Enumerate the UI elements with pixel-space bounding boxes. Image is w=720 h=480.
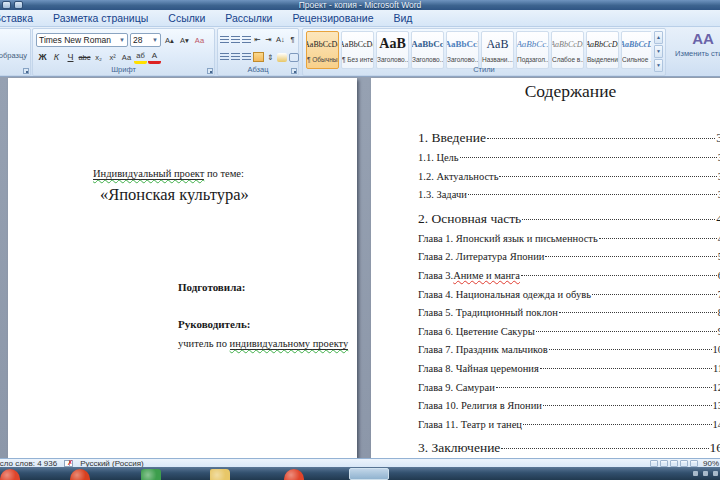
align-right-icon[interactable] [242, 53, 251, 61]
font-dialog-launcher-icon[interactable] [207, 68, 213, 74]
clear-formatting-button[interactable]: Аа [193, 33, 206, 47]
numbering-icon[interactable] [231, 36, 240, 44]
taskbar-folder-icon[interactable] [210, 469, 230, 480]
toc-entry-11[interactable]: Глава 7. Праздник мальчиков10 [418, 341, 720, 360]
zoom-level[interactable]: 90% [703, 459, 719, 467]
borders-icon[interactable] [289, 53, 299, 62]
text-highlight-button[interactable]: аб [134, 50, 147, 64]
tray-icon[interactable] [693, 471, 698, 476]
style-item-5[interactable]: АаВНазвани... [481, 31, 514, 69]
toc-entry-1[interactable]: 1.1. Цель3 [418, 149, 720, 168]
toc-entry-15[interactable]: Глава 11. Театр и танец14 [418, 416, 720, 435]
ribbon-tab-0[interactable]: Вставка [0, 10, 43, 27]
style-item-2[interactable]: AaBЗаголово... [376, 31, 409, 69]
superscript-button[interactable]: x² [106, 50, 119, 64]
toc-entry-0[interactable]: 1. Введение3 [418, 127, 720, 149]
toc-entry-2[interactable]: 1.2. Актуальность3 [418, 168, 720, 187]
gallery-down-icon[interactable]: ▼ [654, 45, 663, 58]
bullets-icon[interactable] [220, 36, 229, 44]
style-item-9[interactable]: AaBbCcDiСильное ... [621, 31, 651, 69]
ribbon-tab-5[interactable]: Вид [383, 10, 422, 27]
dot-leader [523, 424, 712, 425]
style-item-1[interactable]: AaBbCcDc¶ Без инте... [341, 31, 374, 69]
paragraph-dialog-launcher-icon[interactable] [291, 68, 297, 74]
toc-entry-9[interactable]: Глава 5. Традиционный поклон8 [418, 304, 720, 323]
subscript-button[interactable]: x₂ [92, 50, 105, 64]
taskbar-app-red-3-icon[interactable] [284, 469, 304, 480]
toc-entry-text: Глава 7. Праздник мальчиков [418, 341, 548, 360]
taskbar-app-red-2-icon[interactable] [70, 469, 90, 480]
word-count[interactable]: Число слов: 4 936 [0, 459, 57, 468]
view-web-layout-button[interactable] [670, 460, 678, 467]
style-name: Заголово... [377, 56, 408, 63]
tray-icon[interactable] [713, 471, 718, 476]
taskbar [0, 467, 720, 480]
document-area[interactable]: Индивидуальный проект по теме: «Японская… [0, 77, 720, 458]
format-painter-button[interactable]: по образцу [0, 51, 27, 60]
gallery-up-icon[interactable]: ▲ [654, 31, 663, 44]
toc-entry-10[interactable]: Глава 6. Цветение Сакуры9 [418, 323, 720, 342]
change-styles-button[interactable]: АА Изменить стили [668, 28, 720, 76]
toc-entry-12[interactable]: Глава 8. Чайная церемония11 [418, 360, 720, 379]
italic-button[interactable]: К [50, 50, 63, 64]
page-contents[interactable]: Содержание 1. Введение31.1. Цель31.2. Ак… [371, 78, 720, 458]
view-print-layout-button[interactable] [650, 460, 658, 467]
align-center-icon[interactable] [231, 53, 240, 61]
toc-entry-8[interactable]: Глава 4. Национальная одежда и обувь7 [418, 286, 720, 305]
style-item-8[interactable]: AaBbCcDiВыделение [586, 31, 619, 69]
page-title-page[interactable]: Индивидуальный проект по теме: «Японская… [8, 78, 357, 458]
taskbar-app-green-icon[interactable] [141, 469, 161, 480]
increase-indent-icon[interactable]: ⇥ [264, 35, 273, 44]
toc-page-number: 13 [713, 397, 720, 416]
style-item-0[interactable]: AaBbCcDc¶ Обычный [306, 31, 339, 69]
font-name-combobox[interactable]: Times New Roman ▼ [36, 33, 128, 47]
language-indicator[interactable]: Русский (Россия) [80, 459, 143, 468]
toc-entry-13[interactable]: Глава 9. Самураи12 [418, 379, 720, 398]
view-outline-button[interactable] [680, 460, 688, 467]
view-fullscreen-button[interactable] [660, 460, 668, 467]
toc-entry-6[interactable]: Глава 2. Литература Японии5 [418, 248, 720, 267]
dot-leader [545, 256, 716, 257]
dot-leader [521, 275, 717, 276]
ribbon-tab-3[interactable]: Рассылки [215, 10, 282, 27]
clipboard-dialog-launcher-icon[interactable] [23, 68, 29, 74]
pilcrow-icon[interactable]: ¶ [288, 35, 297, 44]
multilevel-list-icon[interactable] [242, 36, 251, 44]
ribbon-tab-4[interactable]: Рецензирование [282, 10, 383, 27]
toc-entry-5[interactable]: Глава 1. Японский язык и письменность4 [418, 230, 720, 249]
style-item-7[interactable]: AaBbCcDiСлабое в... [551, 31, 584, 69]
toc-entry-4[interactable]: 2. Основная часть4 [418, 208, 720, 230]
shrink-font-button[interactable]: А▾ [178, 33, 191, 47]
underline-button[interactable]: Ч [64, 50, 77, 64]
decrease-indent-icon[interactable]: ⇤ [253, 35, 262, 44]
grow-font-button[interactable]: А▴ [163, 33, 176, 47]
ribbon-tab-1[interactable]: Разметка страницы [43, 10, 158, 27]
strikethrough-button[interactable]: abc [78, 50, 91, 64]
styles-group-label: Стили [303, 65, 665, 74]
font-size-combobox[interactable]: 28 ▼ [130, 33, 161, 47]
sort-icon[interactable]: А↓ [275, 35, 286, 44]
tray-icon[interactable] [703, 471, 708, 476]
style-item-3[interactable]: AaBbCcЗаголово... [411, 31, 444, 69]
view-draft-button[interactable] [690, 460, 698, 467]
line-spacing-icon[interactable]: ⇕ [266, 53, 275, 62]
style-name: Выделение [587, 56, 618, 63]
style-item-6[interactable]: AaBbCc.Подзагол... [516, 31, 549, 69]
shading-icon[interactable] [277, 53, 287, 62]
taskbar-app-red-1-icon[interactable] [0, 469, 20, 480]
bold-button[interactable]: Ж [36, 50, 49, 64]
window-titlebar: Проект - копия - Microsoft Word [0, 0, 720, 10]
ribbon-tab-2[interactable]: Ссылки [158, 10, 215, 27]
toc-entry-7[interactable]: Глава 3. Аниме и манга6 [418, 267, 720, 286]
toc-entry-14[interactable]: Глава 10. Религия в Японии13 [418, 397, 720, 416]
toc-entry-16[interactable]: 3. Заключение16 [418, 437, 720, 459]
font-color-button[interactable]: А [148, 50, 161, 64]
justify-icon[interactable] [253, 52, 264, 62]
align-left-icon[interactable] [220, 53, 229, 61]
proofing-errors-icon[interactable] [64, 460, 73, 467]
style-item-4[interactable]: AaBbCcIЗаголово... [446, 31, 479, 69]
taskbar-active-window-button[interactable] [349, 468, 389, 480]
change-case-button[interactable]: Аа [120, 50, 133, 64]
toc-entry-text: 1. Введение [418, 127, 486, 149]
toc-entry-3[interactable]: 1.3. Задачи3 [418, 186, 720, 205]
